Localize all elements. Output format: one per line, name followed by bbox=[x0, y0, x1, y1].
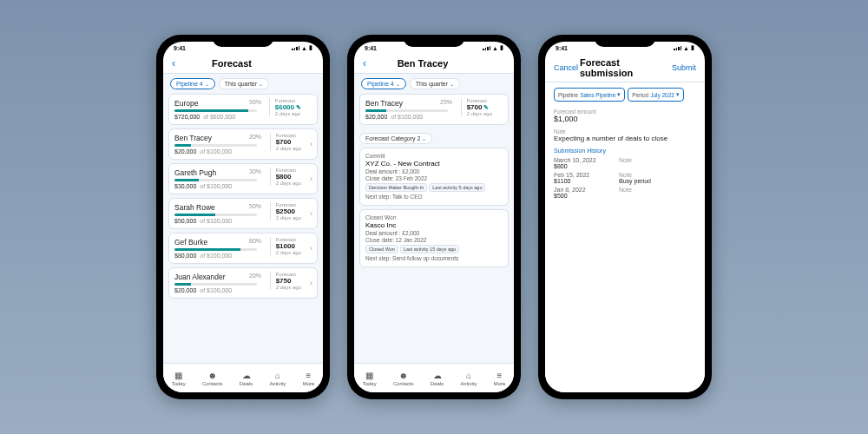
filter-pipeline[interactable]: Pipeline 4⌄ bbox=[361, 78, 406, 89]
chevron-right-icon[interactable]: › bbox=[310, 244, 312, 253]
row-pct: 50% bbox=[249, 203, 261, 209]
chevron-right-icon[interactable]: › bbox=[310, 174, 312, 183]
row-name: Juan Alexander bbox=[174, 273, 226, 281]
edit-icon[interactable]: ✎ bbox=[296, 104, 301, 110]
navbar: Cancel Forecast submission Submit bbox=[545, 54, 705, 82]
tab-activity[interactable]: ⌂Activity bbox=[460, 371, 477, 386]
field-value: Expecting a number of deals to close bbox=[554, 135, 696, 142]
deal-tag: Decision Maker Bought-In bbox=[365, 183, 427, 192]
deal-tag: Last activity 15 days ago bbox=[400, 245, 459, 253]
phone-person: 9:41 ▲ ▮ ‹ Ben Tracey Pipeline 4⌄ This q… bbox=[347, 35, 521, 399]
row-name: Gef Burke bbox=[174, 238, 207, 247]
chevron-down-icon: ⌄ bbox=[259, 81, 263, 87]
deal-stage: Closed Won bbox=[365, 214, 503, 220]
history-date: Jan 8, 2022 bbox=[554, 187, 602, 193]
deal-close: Close date: 12 Jan 2022 bbox=[365, 237, 503, 243]
tab-contacts[interactable]: ☻Contacts bbox=[202, 371, 223, 386]
back-button[interactable]: ‹ bbox=[363, 57, 366, 69]
row-amount: $720,000 bbox=[174, 114, 200, 120]
activity-icon: ⌂ bbox=[275, 371, 280, 380]
tab-more[interactable]: ≡More bbox=[303, 371, 315, 386]
field-label: Note bbox=[554, 128, 696, 135]
signal-icon bbox=[292, 46, 299, 50]
deal-title: Kasco Inc bbox=[365, 221, 503, 229]
menu-icon: ≡ bbox=[306, 371, 312, 380]
tab-deals[interactable]: ☁Deals bbox=[431, 371, 444, 386]
screen: 9:41 ▲ ▮ ‹ Forecast Pipeline 4⌄ This qua… bbox=[163, 42, 323, 392]
person-body[interactable]: Ben Tracey25% $20,000 of $100,000 Foreca… bbox=[354, 94, 514, 363]
chevron-down-icon: ▾ bbox=[617, 91, 621, 98]
chevron-right-icon[interactable]: › bbox=[310, 140, 312, 148]
wifi-icon: ▲ bbox=[301, 45, 307, 51]
chevron-down-icon: ⌄ bbox=[396, 81, 400, 87]
chevron-right-icon[interactable]: › bbox=[310, 279, 312, 287]
forecast-list[interactable]: Europe90% $720,000 of $800,000 Forecast … bbox=[163, 94, 323, 363]
deals-icon: ☁ bbox=[242, 371, 251, 380]
forecast-row[interactable]: Gef Burke80% $80,000 of $100,000 Forecas… bbox=[168, 233, 318, 264]
select-period[interactable]: PeriodJuly 2022▾ bbox=[628, 88, 684, 102]
calendar-icon: ▦ bbox=[174, 371, 182, 380]
chevron-right-icon[interactable]: › bbox=[310, 209, 312, 218]
filter-period[interactable]: This quarter⌄ bbox=[410, 78, 460, 89]
phone-forecast: 9:41 ▲ ▮ ‹ Forecast Pipeline 4⌄ This qua… bbox=[156, 35, 330, 399]
filters: Pipeline 4⌄ This quarter⌄ bbox=[354, 74, 514, 94]
row-amount: $20,000 bbox=[365, 114, 387, 120]
wifi-icon: ▲ bbox=[683, 45, 689, 51]
history-row: Jan 8, 2022$500 Note bbox=[554, 187, 696, 199]
screen: 9:41 ▲ ▮ Cancel Forecast submission Subm… bbox=[545, 42, 705, 392]
select-pipeline[interactable]: PipelineSales Pipeline▾ bbox=[554, 88, 625, 102]
row-pct: 20% bbox=[249, 273, 261, 279]
tab-more[interactable]: ≡More bbox=[494, 371, 506, 386]
status-icons: ▲ ▮ bbox=[674, 44, 694, 51]
forecast-row[interactable]: Gareth Pugh30% $30,000 of $100,000 Forec… bbox=[168, 163, 318, 194]
forecast-block: Forecast $700✎ 2 days ago bbox=[461, 98, 492, 116]
field-note[interactable]: Note Expecting a number of deals to clos… bbox=[554, 128, 696, 142]
history-heading: Submission History bbox=[554, 148, 696, 154]
wifi-icon: ▲ bbox=[492, 45, 498, 51]
filter-category[interactable]: Forecast Category 2⌄ bbox=[359, 133, 432, 144]
tab-today[interactable]: ▦Today bbox=[172, 371, 186, 386]
page-title: Forecast submission bbox=[580, 57, 670, 78]
edit-icon[interactable]: ✎ bbox=[483, 104, 489, 110]
history-note-label: Note bbox=[619, 172, 651, 178]
tab-activity[interactable]: ⌂Activity bbox=[269, 371, 286, 386]
field-value: $1,000 bbox=[554, 115, 696, 123]
row-of: of $100,000 bbox=[198, 253, 232, 259]
forecast-row[interactable]: Juan Alexander20% $20,000 of $100,000 Fo… bbox=[168, 267, 318, 299]
submit-button[interactable]: Submit bbox=[670, 63, 696, 72]
deal-stage: Commit bbox=[365, 153, 503, 159]
deal-next: Next step: Send follow up documents bbox=[365, 255, 503, 261]
tab-bar: ▦Today ☻Contacts ☁Deals ⌂Activity ≡More bbox=[163, 363, 323, 392]
status-time: 9:41 bbox=[174, 45, 186, 51]
forecast-row[interactable]: Ben Tracey20% $20,000 of $100,000 Foreca… bbox=[168, 128, 318, 160]
history-note: Busy period bbox=[619, 178, 651, 184]
filter-period[interactable]: This quarter⌄ bbox=[219, 78, 269, 89]
filter-pipeline[interactable]: Pipeline 4⌄ bbox=[170, 78, 215, 89]
deal-amount: Deal amount : £2,000 bbox=[365, 168, 503, 174]
deal-card[interactable]: Closed Won Kasco Inc Deal amount : £2,00… bbox=[359, 209, 509, 267]
filters: Pipeline 4⌄ This quarter⌄ bbox=[163, 74, 323, 94]
deal-card[interactable]: Commit XYZ Co. - New Contract Deal amoun… bbox=[359, 148, 509, 206]
field-amount[interactable]: Forecast amount $1,000 bbox=[554, 108, 696, 123]
row-pct: 25% bbox=[440, 99, 452, 105]
notch bbox=[404, 35, 464, 47]
tab-contacts[interactable]: ☻Contacts bbox=[393, 371, 414, 386]
chevron-down-icon: ⌄ bbox=[450, 81, 454, 87]
forecast-row: Europe90% $720,000 of $800,000 Forecast … bbox=[168, 94, 318, 125]
tab-deals[interactable]: ☁Deals bbox=[240, 371, 253, 386]
deals-icon: ☁ bbox=[433, 371, 442, 380]
calendar-icon: ▦ bbox=[365, 371, 373, 380]
chevron-down-icon: ⌄ bbox=[205, 81, 209, 87]
row-pct: 80% bbox=[249, 238, 261, 244]
tab-today[interactable]: ▦Today bbox=[363, 371, 377, 386]
signal-icon bbox=[674, 46, 681, 50]
progress-bar bbox=[365, 109, 448, 112]
row-name: Ben Tracey bbox=[365, 99, 403, 108]
chevron-down-icon: ⌄ bbox=[422, 135, 426, 141]
battery-icon: ▮ bbox=[500, 44, 503, 51]
cancel-button[interactable]: Cancel bbox=[554, 63, 580, 72]
navbar: ‹ Forecast bbox=[163, 54, 323, 74]
forecast-row[interactable]: Sarah Rowe50% $50,000 of $100,000 Foreca… bbox=[168, 198, 318, 229]
back-button[interactable]: ‹ bbox=[172, 57, 175, 69]
row-of: of $800,000 bbox=[201, 114, 235, 120]
